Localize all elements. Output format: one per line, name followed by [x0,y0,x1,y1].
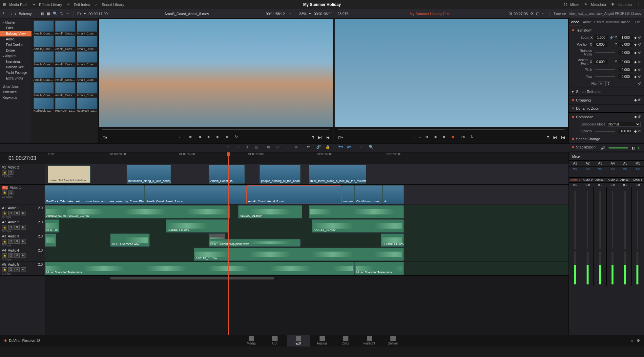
clip-thumb[interactable]: Amalfi_Coast_T... [33,82,54,97]
page-cut[interactable]: Cut [263,335,287,346]
settings-btn[interactable]: ⚙ [637,339,640,343]
mixer-track[interactable]: A3 [594,161,606,166]
cropping-header[interactable]: Cropping◆ ↺ [569,96,644,104]
page-fusion[interactable]: Fusion [310,335,334,346]
eq-btn[interactable]: EQ [594,167,606,170]
v2-lock[interactable]: 🔒 [2,170,7,175]
kf-btn[interactable]: ◆ [634,36,637,39]
lock-tool[interactable]: 🔒 [325,145,331,151]
track-a1[interactable]: AB0102_01.mov AB0102_01.mov AB0102_01.mo… [45,205,569,219]
transform-header[interactable]: Transform [569,26,644,34]
pitch-val[interactable] [618,67,633,72]
track-a5[interactable]: Music Score for Trailer.mov Music Score … [45,261,569,276]
zoom-x[interactable] [594,35,608,40]
nav-fwd[interactable]: › [15,12,16,16]
media-pool-toggle[interactable]: ▦Media Pool [3,2,27,7]
pos-x[interactable] [593,42,608,47]
source-scrubber[interactable] [102,129,329,130]
program-scrubber[interactable] [338,129,565,130]
master-bin[interactable]: ▸ Master [0,20,31,25]
v1-clip7[interactable]: di... [383,185,404,204]
src-first[interactable]: ⏮ [189,135,194,140]
bin-credits[interactable]: End Credits [0,42,31,48]
bin-yacht[interactable]: Yacht Footage [0,70,31,76]
yaw-slider[interactable] [595,76,615,77]
home-btn[interactable]: ⌂ [631,339,633,343]
insp-tab-file[interactable]: File [632,18,644,26]
mixer-strip[interactable] [607,187,619,286]
window-btn[interactable]: ▢ [536,11,539,16]
clip-thumb[interactable]: RedRock_Land... [55,98,75,112]
a2-aa[interactable]: AA0113_01.mov [312,219,404,233]
mixer-track[interactable]: A1 [569,161,581,166]
a3-sound[interactable]: SOUND FX.wav [381,234,404,247]
prg-prev[interactable]: ◀ [434,135,439,140]
sb-timelines[interactable]: Timelines [0,89,31,95]
bin-edits[interactable]: Edits [0,25,31,31]
prg-fwd1[interactable]: ▶| [553,135,557,140]
src-mode-dropdown[interactable]: ▢▾ [102,135,108,140]
fader[interactable] [587,191,588,249]
clip-thumb[interactable]: Amalfi_Coast_A... [55,20,75,35]
program-image[interactable] [335,19,568,127]
mixer-tab[interactable]: Audio 2 [581,178,594,182]
a3-header[interactable]: A3Audio 32.0🔒▢SM5 Clips [0,233,45,247]
razor-tool[interactable]: ✏ [307,145,313,151]
fit-btn[interactable]: ⊠ [295,145,301,151]
insp-tab-effects[interactable]: Effects [593,18,605,26]
dynzoom-header[interactable]: Dynamic Zoom [569,104,644,112]
src-next[interactable]: ⏭ [226,135,231,140]
mixer-strip[interactable] [619,187,632,286]
a1-clip1[interactable]: AB0102_01.mov [45,205,66,218]
blade-tool[interactable]: ▥ [255,145,260,151]
v1-header[interactable]: V1Video 1 🔒▢ 17 Clips [0,185,45,205]
mixer-tab[interactable]: Audio 5 [619,178,632,182]
track-a3[interactable]: SFX - Overhead.wav Cross Fade SFX - Dist… [45,233,569,247]
search-btn[interactable]: 🔍 [53,11,57,16]
src-mark-in[interactable]: ◦ [178,135,180,139]
flip-v[interactable]: ⇕ [605,81,611,86]
anchor-y[interactable] [618,59,633,64]
clip-thumb[interactable]: Amalfi_Coast_A... [33,20,54,35]
a2-header[interactable]: A2Audio 22.0🔒▢SM5 Clips [0,219,45,233]
list-view-btn[interactable]: ▤ [41,11,44,16]
v1-clip1[interactable]: RedRock_Talent_3... [45,185,66,204]
fader[interactable] [599,191,601,249]
yaw-val[interactable] [618,74,633,79]
link-tool[interactable]: 🔗 [316,145,322,151]
v2-header[interactable]: V2Video 2 🔒▢ 11 Clips [0,164,45,185]
prg-mark-out[interactable]: ◦ [419,135,421,139]
source-clip-name[interactable]: Amalfi_Coast_Aerial_8.mov [110,12,263,16]
src-more[interactable]: ⋯ [287,11,291,16]
v2-clip1[interactable]: mountains_along_a_lake_aerial_by_Roma... [127,165,171,184]
src-back1[interactable]: |◀ [326,135,329,140]
zoom-percent[interactable]: 83% [299,12,306,16]
bin-airports[interactable]: ▸ Airports [0,53,31,59]
reset-btn[interactable]: ↺ [638,36,641,39]
a4-clip[interactable]: AA0113_01.mov [194,248,404,261]
eq-btn[interactable]: EQ [619,167,632,170]
clip-thumb[interactable]: Amalfi_Coast_T... [77,82,97,97]
pos-y[interactable] [618,42,633,47]
clip-thumb[interactable]: Amalfi_Coast_A... [55,36,75,51]
insert-btn[interactable]: ⊞ [267,145,273,151]
playhead[interactable] [228,152,229,335]
a2-sfx[interactable]: SFX - Je... [45,219,59,233]
a4-header[interactable]: A4Audio 42.0🔒▢SM3 Clips [0,247,45,261]
rotation-val[interactable] [618,50,633,55]
timeline-ruler[interactable]: 16:00 01:00:20:00 01:00:24:00 01:00:28:0… [45,152,569,164]
prg-mode-dropdown[interactable]: ▢▾ [338,135,343,140]
mute-btn[interactable]: 🔊 [601,146,605,150]
bin-view-dropdown[interactable]: ▾ [3,11,9,17]
a5-music2[interactable]: Music Score for Trailer.mov [355,262,404,275]
metadata-toggle[interactable]: ✎Metadata [584,2,606,7]
a1-header[interactable]: A1Audio 12.0🔒▢SM8 Clips [0,205,45,219]
clip-thumb[interactable]: Amalfi_Coast_T... [55,67,75,81]
fader[interactable] [637,191,638,249]
mixer-tab[interactable]: Audio 3 [594,178,606,182]
clip-thumb[interactable]: RedRock_Land... [77,98,97,112]
bin-audio[interactable]: Audio [0,36,31,42]
fullscreen-button[interactable]: ⛶ [638,3,641,7]
page-fairlight[interactable]: Fairlight [358,335,381,346]
src-stop[interactable]: ■ [207,135,213,140]
